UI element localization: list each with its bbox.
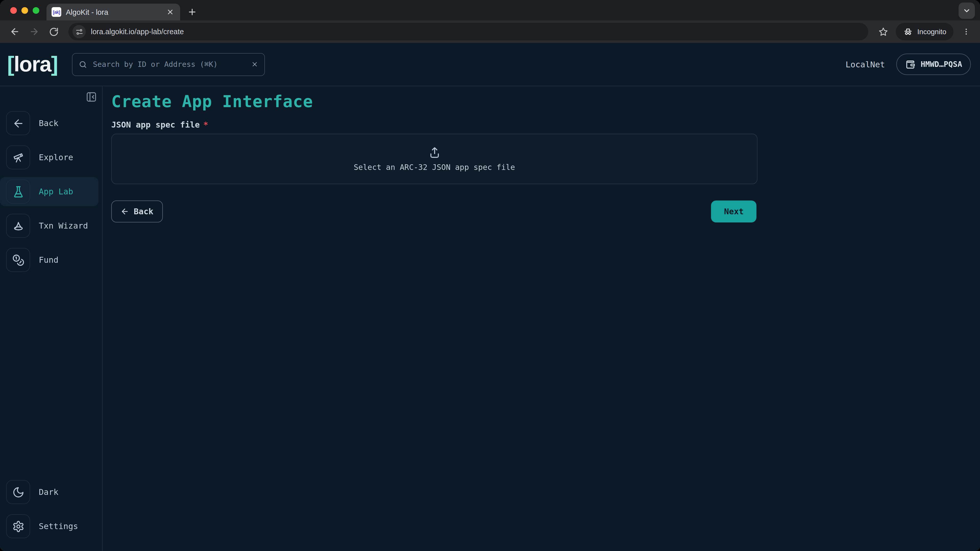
arrow-left-icon — [10, 27, 20, 37]
address-bar[interactable]: lora.algokit.io/app-lab/create — [68, 23, 868, 40]
sidebar-item-label: Dark — [39, 487, 59, 497]
site-settings-icon[interactable] — [73, 25, 86, 38]
arrow-right-icon — [29, 27, 39, 37]
incognito-label: Incognito — [917, 27, 946, 36]
coins-icon — [6, 248, 30, 272]
upload-icon — [428, 146, 441, 159]
network-label[interactable]: LocalNet — [845, 59, 885, 69]
sidebar-item-txn-wizard[interactable]: Txn Wizard — [0, 211, 99, 240]
arrow-left-icon — [6, 111, 30, 135]
browser-menu-button[interactable] — [959, 24, 974, 39]
tab-strip: [ak] AlgoKit - lora — [0, 0, 980, 21]
flask-icon — [6, 179, 30, 203]
sidebar: Back Explore App Lab — [0, 86, 103, 551]
field-label: JSON app spec file* — [111, 120, 980, 130]
next-button[interactable]: Next — [711, 200, 756, 222]
sidebar-item-label: Settings — [39, 521, 78, 531]
moon-icon — [6, 480, 30, 504]
incognito-icon — [903, 27, 913, 37]
app-spec-dropzone[interactable]: Select an ARC-32 JSON app spec file — [111, 134, 757, 184]
window-controls — [0, 0, 46, 21]
form-actions: Back Next — [111, 200, 756, 222]
browser-toolbar: lora.algokit.io/app-lab/create Incognito — [0, 21, 980, 43]
reload-icon — [49, 27, 59, 37]
sidebar-item-explore[interactable]: Explore — [0, 143, 99, 172]
url-text: lora.algokit.io/app-lab/create — [91, 27, 865, 36]
theme-toggle-dark[interactable]: Dark — [0, 478, 99, 507]
required-marker: * — [204, 120, 208, 130]
sidebar-item-label: Fund — [39, 255, 59, 265]
sidebar-nav: Back Explore App Lab — [0, 109, 102, 275]
app-header: [lora] LocalNet HMWD…PQSA — [0, 43, 980, 86]
main-content: Create App Interface JSON app spec file*… — [103, 86, 980, 551]
minimize-window-button[interactable] — [21, 7, 28, 14]
browser-tab[interactable]: [ak] AlgoKit - lora — [46, 3, 180, 21]
close-tab-icon[interactable] — [165, 7, 175, 17]
wallet-button[interactable]: HMWD…PQSA — [896, 54, 971, 75]
browser-window: [ak] AlgoKit - lora lora.algokit — [0, 0, 980, 551]
kebab-menu-icon — [962, 27, 970, 36]
global-search[interactable] — [72, 53, 265, 76]
back-button[interactable]: Back — [111, 200, 162, 222]
close-window-button[interactable] — [10, 7, 17, 14]
incognito-badge: Incognito — [896, 23, 953, 40]
tab-title: AlgoKit - lora — [66, 8, 160, 16]
dropzone-text: Select an ARC-32 JSON app spec file — [354, 162, 515, 171]
sidebar-item-back[interactable]: Back — [0, 109, 99, 138]
lora-app: [lora] LocalNet HMWD…PQSA — [0, 43, 980, 551]
wizard-hat-icon — [6, 214, 30, 238]
sidebar-item-label: App Lab — [39, 187, 73, 197]
clear-search-icon[interactable] — [251, 61, 258, 68]
new-tab-button[interactable] — [184, 4, 200, 19]
arrow-left-icon — [121, 207, 129, 216]
sidebar-footer: Dark Settings — [0, 478, 102, 551]
fullscreen-window-button[interactable] — [33, 7, 39, 14]
bookmark-star-icon[interactable] — [874, 23, 892, 40]
forward-nav-button[interactable] — [25, 23, 43, 40]
sidebar-item-app-lab[interactable]: App Lab — [0, 177, 99, 206]
sidebar-item-fund[interactable]: Fund — [0, 245, 99, 275]
tab-search-button[interactable] — [959, 3, 975, 19]
wallet-icon — [905, 59, 915, 70]
search-input[interactable] — [92, 60, 247, 69]
panel-left-close-icon — [86, 91, 97, 103]
search-icon — [79, 60, 87, 68]
page-title: Create App Interface — [111, 92, 980, 111]
tab-favicon: [ak] — [52, 7, 61, 17]
gear-icon — [6, 514, 30, 538]
sidebar-item-label: Txn Wizard — [39, 221, 88, 230]
sidebar-item-label: Back — [39, 118, 59, 128]
wallet-address: HMWD…PQSA — [921, 60, 962, 69]
sidebar-item-label: Explore — [39, 152, 73, 162]
chevron-down-icon — [963, 6, 971, 15]
lora-logo[interactable]: [lora] — [7, 54, 58, 75]
sidebar-item-settings[interactable]: Settings — [0, 512, 99, 541]
telescope-icon — [6, 145, 30, 169]
back-nav-button[interactable] — [6, 23, 24, 40]
collapse-sidebar-button[interactable] — [85, 90, 98, 103]
reload-button[interactable] — [45, 23, 62, 40]
